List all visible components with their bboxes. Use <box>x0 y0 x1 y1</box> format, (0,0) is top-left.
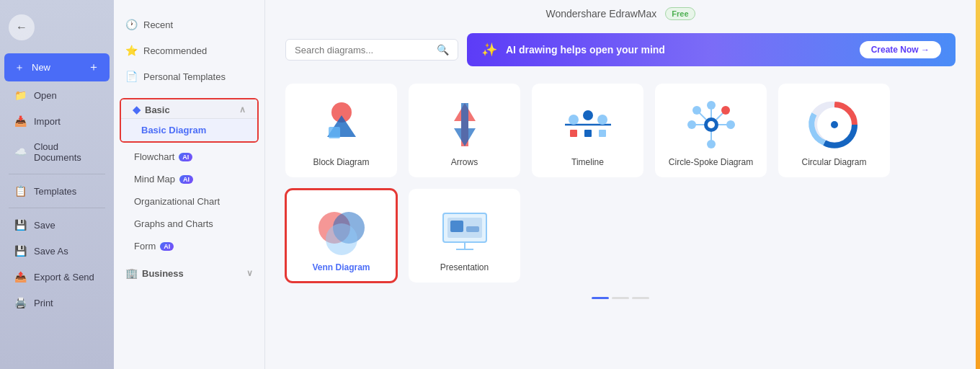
save-icon: 💾 <box>14 219 27 231</box>
back-button[interactable]: ← <box>9 14 35 40</box>
nav-panel: 🕐 Recent ⭐ Recommended 📄 Personal Templa… <box>114 0 265 369</box>
svg-rect-10 <box>584 130 592 137</box>
diagram-card-block-diagram[interactable]: Block Diagram <box>285 84 397 177</box>
nav-recommended-label: Recommended <box>143 45 207 56</box>
sidebar-item-templates-label: Templates <box>34 186 76 197</box>
header-row: 🔍 ✨ AI drawing helps open your mind Crea… <box>265 27 976 72</box>
diagram-card-circle-spoke[interactable]: Circle-Spoke Diagram <box>655 84 767 177</box>
block-diagram-label: Block Diagram <box>313 157 369 167</box>
basic-icon: ◆ <box>133 104 141 115</box>
circular-label: Circular Diagram <box>801 157 866 167</box>
diagram-card-arrows[interactable]: Arrows <box>409 84 520 177</box>
nav-graphs-charts[interactable]: Graphs and Charts <box>114 213 264 235</box>
top-bar: Wondershare EdrawMax Free <box>265 0 976 27</box>
ai-banner-icon: ✨ <box>481 42 497 58</box>
sidebar-item-print[interactable]: 🖨️ Print <box>4 290 110 315</box>
svg-point-7 <box>583 110 593 120</box>
timeline-label: Timeline <box>571 157 604 167</box>
nav-recommended[interactable]: ⭐ Recommended <box>114 37 264 63</box>
circular-icon <box>806 99 863 150</box>
diagram-card-circular[interactable]: Circular Diagram <box>778 84 890 177</box>
search-icon: 🔍 <box>437 44 449 55</box>
presentation-label: Presentation <box>440 262 489 272</box>
sidebar-item-templates[interactable]: 📋 Templates <box>4 179 110 203</box>
scroll-dot-3 <box>632 297 649 299</box>
sidebar-item-import[interactable]: 📥 Import <box>4 109 110 133</box>
svg-point-24 <box>692 106 701 115</box>
sidebar-item-export-label: Export & Send <box>34 272 94 283</box>
nav-recent-label: Recent <box>143 19 173 30</box>
form-ai-badge: AI <box>160 242 174 251</box>
svg-point-21 <box>707 140 716 148</box>
sidebar-item-save[interactable]: 💾 Save <box>4 213 110 237</box>
sidebar-item-open[interactable]: 📁 Open <box>4 83 110 107</box>
sidebar-item-cloud[interactable]: ☁️ Cloud Documents <box>4 135 110 169</box>
nav-recent[interactable]: 🕐 Recent <box>114 12 264 37</box>
free-badge: Free <box>665 7 695 20</box>
diagram-card-presentation[interactable]: Presentation <box>409 189 520 283</box>
venn-label: Venn Diagram <box>312 262 370 272</box>
sidebar-item-export[interactable]: 📤 Export & Send <box>4 264 110 289</box>
sidebar-divider-2 <box>9 208 105 208</box>
svg-point-13 <box>708 121 715 128</box>
svg-rect-34 <box>450 221 463 232</box>
arrows-label: Arrows <box>451 157 478 167</box>
sidebar-divider <box>9 174 105 174</box>
nav-form[interactable]: Form AI <box>114 235 264 257</box>
block-diagram-icon <box>313 99 370 150</box>
business-icon: 🏢 <box>125 267 138 279</box>
business-section-header[interactable]: 🏢 Business ∨ <box>114 263 264 282</box>
basic-label: Basic <box>145 105 170 115</box>
import-icon: 📥 <box>14 115 27 127</box>
svg-point-22 <box>687 120 696 129</box>
templates-icon: 📋 <box>14 185 27 197</box>
form-label: Form <box>134 241 156 252</box>
nav-mind-map[interactable]: Mind Map AI <box>114 168 264 190</box>
sidebar-item-saveas-label: Save As <box>34 246 68 257</box>
scroll-dots <box>265 294 976 305</box>
ai-banner-text: AI drawing helps open your mind <box>506 44 851 55</box>
nav-personal-templates[interactable]: 📄 Personal Templates <box>114 63 264 89</box>
diagram-grid: Block Diagram Arrows <box>265 72 976 294</box>
svg-marker-4 <box>454 103 476 146</box>
scroll-dot-2 <box>612 297 629 299</box>
arrows-icon <box>436 99 494 150</box>
sidebar-item-cloud-label: Cloud Documents <box>34 141 99 163</box>
sidebar-item-open-label: Open <box>34 90 57 101</box>
search-bar[interactable]: 🔍 <box>285 39 458 61</box>
scroll-dot-1 <box>592 297 609 299</box>
sidebar-item-new[interactable]: ＋ New ＋ <box>4 53 110 81</box>
nav-flowchart[interactable]: Flowchart AI <box>114 146 264 168</box>
mind-map-label: Mind Map <box>134 174 175 184</box>
sidebar: ← ＋ New ＋ 📁 Open 📥 Import ☁️ Cloud Docum… <box>0 0 114 369</box>
flowchart-ai-badge: AI <box>179 153 192 161</box>
svg-rect-11 <box>599 130 606 137</box>
business-label: Business <box>142 268 184 279</box>
main-content: Wondershare EdrawMax Free 🔍 ✨ AI drawing… <box>265 0 976 369</box>
nav-basic-diagram[interactable]: Basic Diagram <box>121 119 257 141</box>
collapse-icon: ∧ <box>239 105 246 115</box>
search-input[interactable] <box>295 45 431 55</box>
sidebar-item-saveas[interactable]: 💾 Save As <box>4 239 110 263</box>
basic-section-header[interactable]: ◆ Basic ∧ <box>121 99 257 119</box>
svg-point-8 <box>597 115 607 125</box>
saveas-icon: 💾 <box>14 245 27 257</box>
diagram-card-venn[interactable]: Venn Diagram <box>285 189 397 283</box>
basic-section-highlight: ◆ Basic ∧ Basic Diagram <box>120 98 259 143</box>
flowchart-label: Flowchart <box>134 151 174 162</box>
circle-spoke-icon <box>682 99 740 150</box>
ai-banner[interactable]: ✨ AI drawing helps open your mind Create… <box>467 33 956 66</box>
nav-org-chart[interactable]: Organizational Chart <box>114 190 264 213</box>
personal-templates-icon: 📄 <box>125 71 138 82</box>
diagram-card-timeline[interactable]: Timeline <box>532 84 643 177</box>
sidebar-item-new-label: New <box>32 62 50 73</box>
graphs-charts-label: Graphs and Charts <box>134 218 213 229</box>
mind-map-ai-badge: AI <box>179 175 193 184</box>
presentation-icon <box>436 205 494 255</box>
sidebar-top: ← <box>0 9 114 52</box>
ai-create-now-button[interactable]: Create Now → <box>860 41 941 58</box>
circle-spoke-label: Circle-Spoke Diagram <box>669 157 753 167</box>
venn-icon <box>313 205 370 255</box>
right-accent <box>976 0 980 369</box>
new-icon: ＋ <box>14 61 24 74</box>
